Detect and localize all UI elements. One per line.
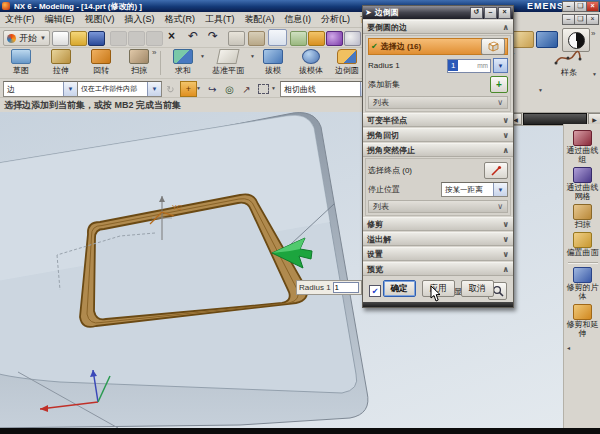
onscreen-radius-input[interactable]: Radius 1: [296, 280, 362, 295]
stop-position-combo[interactable]: 按某一距离 ▼: [441, 182, 508, 197]
menu-assemblies[interactable]: 装配(A): [240, 13, 280, 26]
snap-point-icon[interactable]: [308, 31, 325, 46]
extrude-button[interactable]: 拉伸: [42, 49, 80, 76]
through-curve-mesh-button[interactable]: 通过曲线网格: [564, 167, 600, 201]
select-arrow-icon[interactable]: ↗: [238, 81, 255, 97]
select-edge-row[interactable]: ✔ 选择边 (16): [368, 38, 508, 55]
deselect-icon[interactable]: ↪: [204, 81, 221, 97]
menu-format[interactable]: 格式(R): [160, 13, 201, 26]
panel-more-dropdown-icon[interactable]: ▼: [592, 71, 597, 77]
settings-section-header[interactable]: 设置 ∨: [363, 247, 513, 261]
radius-input[interactable]: 1 mm: [447, 59, 491, 73]
redo-icon[interactable]: ↷: [208, 29, 218, 43]
panel-more2-dropdown-icon[interactable]: ▼: [538, 87, 543, 93]
variable-radius-label: 可变半径点: [367, 115, 407, 126]
type-filter-combo[interactable]: 边 ▼: [3, 81, 78, 97]
strip-collapse-icon[interactable]: ◂: [567, 344, 600, 351]
open-file-icon[interactable]: [70, 31, 87, 46]
dialog-title-bar[interactable]: ➤ 边倒圆 ↺ – ×: [363, 6, 513, 19]
trimmed-sheet-button[interactable]: 修剪的片体: [564, 267, 600, 301]
cancel-button[interactable]: 取消: [461, 280, 494, 297]
dialog-close-icon[interactable]: ×: [498, 7, 511, 19]
selection-ball-icon[interactable]: [326, 31, 343, 46]
select-endpoint-row[interactable]: 选择终点 (0): [368, 162, 508, 179]
through-curves-button[interactable]: 通过曲线组: [564, 130, 600, 164]
menu-information[interactable]: 信息(I): [280, 13, 317, 26]
swept-button[interactable]: 扫掠: [564, 204, 600, 229]
overflow-label: 溢出解: [367, 234, 391, 245]
snap-dropdown-icon[interactable]: ▼: [196, 85, 201, 91]
onscreen-radius-field[interactable]: [333, 282, 359, 293]
menu-view[interactable]: 视图(V): [80, 13, 120, 26]
through-curve-mesh-icon: [573, 167, 592, 183]
save-icon[interactable]: [88, 31, 105, 46]
panel-overflow-icon[interactable]: »: [591, 29, 595, 38]
rect-select-dropdown-icon[interactable]: ▼: [271, 85, 276, 91]
overflow-section-header[interactable]: 溢出解 ∨: [363, 232, 513, 246]
menu-edit[interactable]: 编辑(E): [40, 13, 80, 26]
edges-section-header[interactable]: 要倒圆的边 ∧: [363, 20, 513, 34]
edge-list-header[interactable]: 列表 ∨: [368, 96, 508, 109]
draft-body-button[interactable]: 拔模体: [292, 49, 330, 76]
datum-plane-button[interactable]: 基准平面: [206, 49, 250, 76]
solid-cube-button[interactable]: [481, 38, 505, 55]
undo-icon[interactable]: ↶: [188, 29, 198, 43]
menu-file[interactable]: 文件(F): [0, 13, 40, 26]
delete-icon[interactable]: ×: [168, 29, 175, 43]
radius-label: Radius 1: [368, 61, 400, 70]
csys-tool-button[interactable]: [268, 29, 287, 46]
preview-section-label: 预览: [367, 264, 383, 275]
offset-surface-button[interactable]: 偏置曲面: [564, 232, 600, 257]
swoop-surface-icon[interactable]: [536, 31, 558, 48]
stop-short-label: 拐角突然停止: [367, 145, 415, 156]
sketch-tool-icon[interactable]: [290, 31, 307, 46]
endpoint-list-header[interactable]: 列表 ∨: [368, 200, 508, 213]
corner-setback-section-header[interactable]: 拐角回切 ∨: [363, 128, 513, 142]
trim-section-header[interactable]: 修剪 ∨: [363, 217, 513, 231]
highlight-icon[interactable]: ◎: [221, 81, 238, 97]
select-endpoint-label: 选择终点 (0): [368, 165, 412, 176]
ok-button[interactable]: 确定: [383, 280, 416, 297]
trim-and-extend-button[interactable]: 修剪和延伸: [564, 304, 600, 338]
rectangle-select-icon[interactable]: [255, 81, 272, 97]
draft-button[interactable]: 拔模: [254, 49, 292, 76]
edges-collapse-icon: ∧: [503, 23, 510, 32]
studio-surface-icon[interactable]: [512, 31, 534, 48]
view-orient-icon[interactable]: [248, 31, 265, 46]
touch-mode-icon[interactable]: [228, 31, 245, 46]
preview-section-header[interactable]: 预览 ∧: [363, 262, 513, 276]
add-new-set-row[interactable]: 添加新集 +: [368, 76, 508, 93]
dialog-minimize-icon[interactable]: –: [484, 7, 497, 19]
radius-value: 1: [448, 60, 458, 71]
new-file-icon[interactable]: [52, 31, 69, 46]
sketch-button[interactable]: 草图: [2, 49, 40, 76]
stop-position-value: 按某一距离: [445, 185, 483, 195]
snap-point-toggle-icon[interactable]: +: [180, 81, 197, 97]
menu-tools[interactable]: 工具(T): [200, 13, 240, 26]
variable-radius-section-header[interactable]: 可变半径点 ∨: [363, 113, 513, 127]
select-edge-label: 选择边 (16): [381, 41, 421, 52]
strip-separator: [568, 262, 598, 264]
close-button[interactable]: ×: [586, 1, 599, 12]
menu-analysis[interactable]: 分析(L): [316, 13, 355, 26]
edge-blend-button[interactable]: 边倒圆: [328, 49, 366, 76]
toolbar-overflow-icon[interactable]: »: [152, 48, 156, 57]
spline-icon[interactable]: [554, 49, 582, 67]
scope-combo[interactable]: 仅在工作部件内部 ▼: [77, 81, 162, 97]
menu-insert[interactable]: 插入(S): [120, 13, 160, 26]
radius-options-button[interactable]: ▼: [493, 58, 508, 73]
curve-rule-combo[interactable]: 相切曲线 ▼: [280, 81, 375, 97]
unite-dropdown-icon[interactable]: ▼: [200, 53, 205, 59]
offset-surface-label: 偏置曲面: [565, 248, 600, 257]
settings-expand-icon: ∨: [503, 250, 510, 259]
dialog-reset-icon[interactable]: ↺: [470, 7, 483, 19]
help-icon[interactable]: [344, 31, 361, 46]
start-button[interactable]: 开始 ▼: [3, 30, 50, 46]
unite-button[interactable]: 求和: [164, 49, 202, 76]
add-new-set-button[interactable]: +: [490, 76, 508, 93]
select-endpoint-button[interactable]: [484, 162, 508, 179]
mdi-close-button[interactable]: ×: [586, 14, 599, 25]
revolve-button[interactable]: 回转: [82, 49, 120, 76]
shaded-sphere-icon: [568, 32, 585, 49]
stop-short-section-header[interactable]: 拐角突然停止 ∧: [363, 143, 513, 157]
